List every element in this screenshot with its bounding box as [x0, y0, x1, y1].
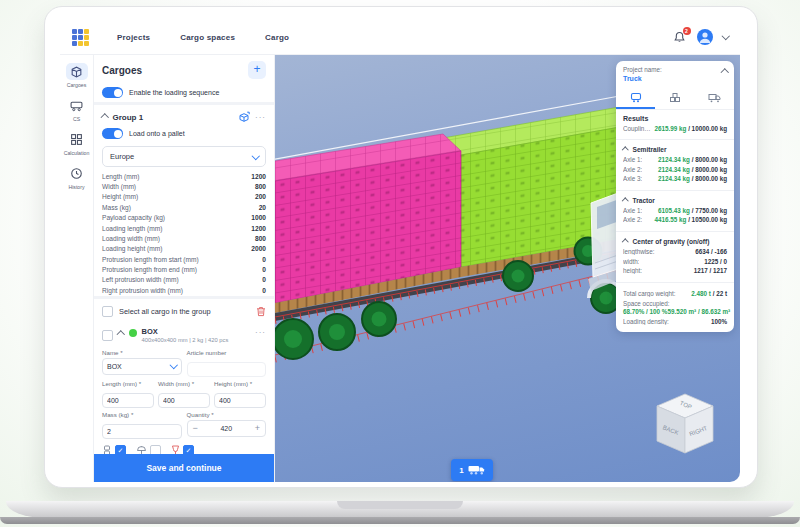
axle-row: Axle 2:2124.34 kg / 8000.00 kg — [623, 166, 727, 173]
select-all-checkbox[interactable] — [102, 306, 113, 317]
article-number-input[interactable] — [187, 362, 267, 377]
tractor-chevron-icon[interactable] — [622, 198, 628, 204]
field-value: 0 — [262, 256, 266, 263]
pallet-type-select[interactable]: Europe — [102, 146, 266, 167]
total-weight-row: Total cargo weight: 2.480 t / 22 t — [623, 290, 727, 297]
axle-max: / 7750.00 kg — [692, 207, 727, 214]
fragile-glass-icon — [171, 445, 180, 455]
axle-row: Axle 2:4416.55 kg / 10500.00 kg — [623, 216, 727, 223]
nav-projects[interactable]: Projects — [117, 33, 150, 42]
cargo-item-checkbox[interactable] — [102, 330, 113, 341]
app-window: Projects Cargo spaces Cargo 2 — [60, 20, 740, 482]
select-all-label: Select all cargo in the group — [119, 307, 211, 316]
semitrailer-chevron-icon[interactable] — [622, 147, 628, 153]
coupling-label: Coupling l... — [623, 125, 652, 132]
cargo-menu-button[interactable]: ··· — [255, 328, 266, 337]
rail-label: Calculation — [64, 150, 90, 156]
height-label: Height (mm) * — [214, 380, 266, 387]
field-row: Loading length (mm)1200 — [94, 223, 274, 233]
rail-item-cs[interactable]: CS — [66, 97, 88, 122]
mass-input[interactable] — [102, 424, 182, 439]
total-weight-value: 2.480 t — [691, 290, 711, 297]
field-value: 2000 — [251, 245, 266, 252]
cargoes-panel-scroll[interactable]: Cargoes + Enable the loading sequence Gr… — [94, 55, 274, 454]
app-logo-icon — [72, 29, 89, 46]
length-label: Length (mm) * — [102, 380, 154, 387]
trailer-icon — [70, 99, 83, 112]
cargo-name-select[interactable]: BOX — [102, 358, 182, 375]
tractor-title: Tractor — [633, 197, 655, 204]
name-label: Name * — [102, 349, 182, 356]
field-label: Width (mm) — [102, 183, 136, 190]
cargo-collapse-chevron-icon[interactable] — [117, 330, 125, 338]
cog-value: 1217 / 1217 — [694, 267, 727, 274]
axle-value: 6105.43 kg — [658, 207, 690, 214]
cog-value: 6634 / -166 — [695, 248, 727, 255]
quantity-plus-button[interactable]: + — [255, 423, 260, 433]
rail-item-cargoes[interactable]: Cargoes — [66, 63, 88, 88]
loading-sequence-toggle[interactable] — [102, 87, 123, 98]
axle-row: Axle 1:2124.34 kg / 8000.00 kg — [623, 156, 727, 163]
loading-density-row: Loading density: 100% — [623, 318, 727, 325]
length-input[interactable] — [102, 393, 154, 408]
account-chevron-down-icon[interactable] — [721, 32, 729, 40]
field-value: 1200 — [251, 225, 266, 232]
card-collapse-chevron-icon[interactable] — [720, 69, 728, 77]
field-value: 0 — [262, 276, 266, 283]
field-row: Protrusion length from start (mm)0 — [94, 254, 274, 264]
group-box-icon[interactable] — [238, 111, 250, 123]
results-card: Project name: Truck — [616, 61, 734, 332]
nav-cargo[interactable]: Cargo — [265, 33, 289, 42]
tab-truck[interactable] — [695, 87, 734, 109]
rail-item-history[interactable]: History — [66, 165, 88, 190]
notifications-button[interactable]: 2 — [673, 30, 687, 44]
stacking-checkbox[interactable]: ✓ — [115, 445, 126, 455]
quantity-value: 420 — [220, 425, 232, 432]
viewport-3d[interactable]: Project name: Truck — [275, 55, 740, 482]
pallet-toggle-label: Load onto a pallet — [129, 130, 185, 137]
loading-sequence-label: Enable the loading sequence — [129, 89, 219, 96]
view-orientation-cube[interactable]: TOP BACK RIGHT — [654, 392, 716, 456]
laptop-base-notch — [337, 501, 463, 509]
cog-chevron-icon[interactable] — [622, 239, 628, 245]
top-navbar: Projects Cargo spaces Cargo 2 — [60, 20, 740, 55]
axle-row: Axle 1:6105.43 kg / 7750.00 kg — [623, 207, 727, 214]
field-value: 200 — [255, 193, 266, 200]
axle-value: 2124.34 kg — [658, 166, 690, 173]
height-input[interactable] — [214, 393, 266, 408]
truck-page-button[interactable]: 1 — [451, 459, 493, 481]
rail-label: CS — [73, 116, 80, 122]
field-value: 800 — [255, 235, 266, 242]
axle-max: / 10500.00 kg — [688, 216, 727, 223]
tab-trailer[interactable] — [616, 87, 655, 109]
rail-item-calculation[interactable]: Calculation — [64, 131, 90, 156]
select-chevron-down-icon — [170, 361, 178, 369]
delete-trash-icon[interactable] — [256, 306, 266, 317]
cog-row: lengthwise:6634 / -166 — [623, 248, 727, 255]
pallet-toggle[interactable] — [102, 128, 123, 139]
cargo-summary: 400x400x400 mm | 2 kg | 420 pcs — [142, 337, 251, 343]
width-input[interactable] — [158, 393, 210, 408]
cog-title: Center of gravity (on/off) — [633, 238, 710, 245]
quantity-stepper[interactable]: − 420 + — [187, 420, 267, 437]
axle-label: Axle 2: — [623, 166, 642, 173]
field-label: Length (mm) — [102, 173, 139, 180]
cog-label: height: — [623, 267, 642, 274]
quantity-minus-button[interactable]: − — [193, 423, 198, 433]
stacking-icon — [102, 445, 112, 455]
fragile-checkbox[interactable]: ✓ — [183, 445, 194, 455]
save-and-continue-button[interactable]: Save and continue — [94, 454, 274, 482]
field-row: Mass (kg)20 — [94, 202, 274, 212]
tab-cargo-groups[interactable] — [655, 87, 694, 109]
pallet-type-value: Europe — [110, 152, 134, 161]
field-label: Loading length (mm) — [102, 225, 162, 232]
keep-dry-checkbox[interactable] — [150, 445, 161, 455]
add-cargo-button[interactable]: + — [248, 61, 266, 79]
axle-value: 2124.34 kg — [658, 156, 690, 163]
coupling-value: 2615.99 kg — [655, 125, 687, 132]
nav-cargo-spaces[interactable]: Cargo spaces — [180, 33, 235, 42]
user-avatar[interactable] — [697, 29, 713, 45]
axle-max: / 8000.00 kg — [692, 166, 727, 173]
group-collapse-chevron-icon[interactable] — [101, 114, 109, 122]
group-menu-button[interactable]: ··· — [255, 113, 266, 122]
